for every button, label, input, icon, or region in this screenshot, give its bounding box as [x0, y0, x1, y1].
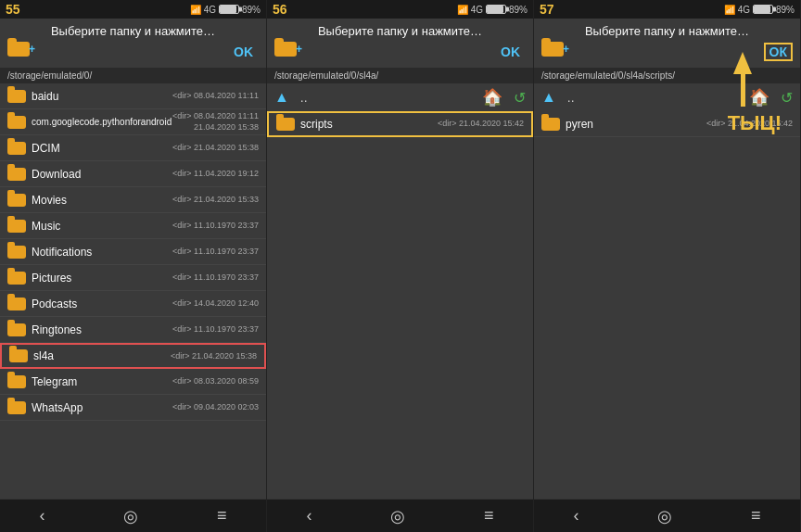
home-button-57[interactable]: ◎	[657, 506, 672, 526]
file-meta: <dir> 11.10.1970 23:37	[172, 324, 259, 336]
list-item[interactable]: Ringtones <dir> 11.10.1970 23:37	[0, 317, 266, 343]
network-label-57: 4G	[738, 5, 750, 15]
path-bar-57: /storage/emulated/0/sl4a/scripts/	[534, 68, 800, 83]
battery-icon-56	[486, 5, 506, 14]
ok-button-56[interactable]: OK	[495, 43, 526, 61]
title-text-55: Выберите папку и нажмите…	[7, 24, 259, 38]
file-list-56: scripts <dir> 21.04.2020 15:42	[267, 111, 533, 499]
panel-number-57: 57	[540, 2, 554, 17]
status-bar-55: 55 📶 4G 89%	[0, 0, 266, 19]
title-bar-57: Выберите папку и нажмите… ОК	[534, 19, 800, 68]
menu-button-57[interactable]: ≡	[751, 506, 761, 526]
battery-icon-55	[219, 5, 239, 14]
refresh-icon-57[interactable]: ↺	[781, 89, 793, 107]
signal-icon-56: 📶	[457, 5, 468, 15]
list-item[interactable]: baidu <dir> 08.04.2020 11:11	[0, 83, 266, 109]
folder-icon	[7, 272, 26, 285]
folder-icon	[7, 142, 26, 155]
path-bar-55: /storage/emulated/0/	[0, 68, 266, 83]
bottom-nav-55: ‹ ◎ ≡	[0, 499, 266, 532]
file-list-57: pyren <dir> 21.04.2020 15:42	[534, 111, 800, 499]
menu-button-55[interactable]: ≡	[217, 506, 227, 526]
folder-icon	[7, 401, 26, 414]
home-icon-56[interactable]: 🏠	[482, 87, 502, 108]
refresh-icon-56[interactable]: ↺	[514, 89, 526, 107]
folder-add-icon-56	[274, 42, 297, 57]
status-icons-56: 📶 4G 89%	[457, 5, 528, 15]
title-text-57: Выберите папку и нажмите…	[541, 24, 793, 38]
title-bar-55: Выберите папку и нажмите… OK	[0, 19, 266, 68]
folder-icon	[7, 298, 26, 310]
back-button-56[interactable]: ‹	[306, 506, 312, 526]
list-item[interactable]: WhatsApp <dir> 09.04.2020 02:03	[0, 395, 266, 421]
title-text-56: Выберите папку и нажмите…	[274, 24, 526, 38]
bottom-nav-56: ‹ ◎ ≡	[267, 499, 533, 532]
back-button-57[interactable]: ‹	[573, 506, 578, 526]
signal-icon-57: 📶	[724, 5, 735, 15]
folder-icon	[7, 220, 26, 233]
up-arrow-icon-57[interactable]: ▲	[541, 89, 556, 106]
menu-button-56[interactable]: ≡	[484, 506, 494, 526]
file-meta: <dir> 09.04.2020 02:03	[172, 402, 259, 413]
title-actions-55: OK	[7, 42, 259, 62]
nav-row-57: ▲ .. 🏠 ↺	[534, 83, 800, 111]
network-label-56: 4G	[471, 5, 483, 15]
list-item[interactable]: com.googlecode.pythonforandroid <dir> 08…	[0, 109, 266, 135]
home-icon-57[interactable]: 🏠	[749, 87, 769, 108]
panel-57: 57 📶 4G 89% Выберите папку и нажмите… ОК…	[534, 0, 801, 532]
file-meta: <dir> 11.10.1970 23:37	[172, 247, 259, 258]
file-name: DCIM	[32, 142, 172, 155]
file-name: Podcasts	[32, 298, 172, 310]
file-name: Music	[32, 220, 172, 233]
dotdot-label-56: ..	[300, 90, 308, 105]
list-item[interactable]: Download <dir> 11.04.2020 19:12	[0, 161, 266, 187]
battery-icon-57	[753, 5, 773, 14]
panel-number-55: 55	[6, 2, 20, 17]
annotation-arrow-57	[733, 52, 752, 107]
home-button-56[interactable]: ◎	[390, 506, 405, 526]
ok-button-55[interactable]: OK	[228, 43, 259, 61]
folder-icon	[7, 246, 26, 259]
status-bar-56: 56 📶 4G 89%	[267, 0, 533, 19]
list-item[interactable]: Telegram <dir> 08.03.2020 08:59	[0, 369, 266, 395]
file-meta: <dir> 21.04.2020 15:38	[171, 351, 257, 362]
up-arrow-icon-56[interactable]: ▲	[274, 89, 289, 106]
file-meta: <dir> 21.04.2020 15:42	[438, 119, 524, 130]
ok-button-57[interactable]: ОК	[764, 43, 793, 61]
file-name: Ringtones	[32, 323, 172, 336]
file-list-55: baidu <dir> 08.04.2020 11:11 com.googlec…	[0, 83, 266, 499]
list-item[interactable]: Music <dir> 11.10.1970 23:37	[0, 213, 266, 239]
folder-icon	[7, 375, 26, 388]
file-name: pyren	[566, 118, 706, 131]
file-meta: <dir> 11.04.2020 19:12	[172, 169, 259, 180]
file-meta: <dir> 08.03.2020 08:59	[172, 376, 259, 387]
file-meta: <dir> 21.04.2020 15:38	[172, 143, 259, 154]
add-folder-button-57[interactable]	[541, 42, 567, 62]
list-item[interactable]: Podcasts <dir> 14.04.2020 12:40	[0, 291, 266, 317]
list-item[interactable]: Pictures <dir> 11.10.1970 23:37	[0, 265, 266, 291]
list-item[interactable]: DCIM <dir> 21.04.2020 15:38	[0, 135, 266, 161]
title-actions-56: OK	[274, 42, 526, 62]
status-bar-57: 57 📶 4G 89%	[534, 0, 800, 19]
list-item[interactable]: Movies <dir> 21.04.2020 15:33	[0, 187, 266, 213]
panel-number-56: 56	[273, 2, 287, 17]
home-button-55[interactable]: ◎	[123, 506, 138, 526]
bottom-nav-57: ‹ ◎ ≡	[534, 499, 800, 532]
status-icons-55: 📶 4G 89%	[190, 5, 261, 15]
add-folder-button-55[interactable]	[7, 42, 33, 62]
list-item-scripts[interactable]: scripts <dir> 21.04.2020 15:42	[267, 111, 533, 137]
file-name: Telegram	[32, 375, 172, 388]
folder-icon	[7, 194, 26, 207]
add-folder-button-56[interactable]	[274, 42, 300, 62]
battery-percent-57: 89%	[776, 5, 795, 15]
folder-add-icon-57	[541, 42, 564, 57]
back-button-55[interactable]: ‹	[39, 506, 44, 526]
battery-percent-56: 89%	[509, 5, 528, 15]
file-name: Notifications	[32, 246, 172, 259]
arrow-shaft-57	[741, 74, 745, 107]
file-meta: <dir> 21.04.2020 15:33	[172, 195, 259, 206]
folder-icon	[7, 323, 26, 336]
list-item[interactable]: Notifications <dir> 11.10.1970 23:37	[0, 239, 266, 265]
list-item-sl4a[interactable]: sl4a <dir> 21.04.2020 15:38	[0, 343, 266, 369]
folder-icon	[541, 118, 560, 131]
